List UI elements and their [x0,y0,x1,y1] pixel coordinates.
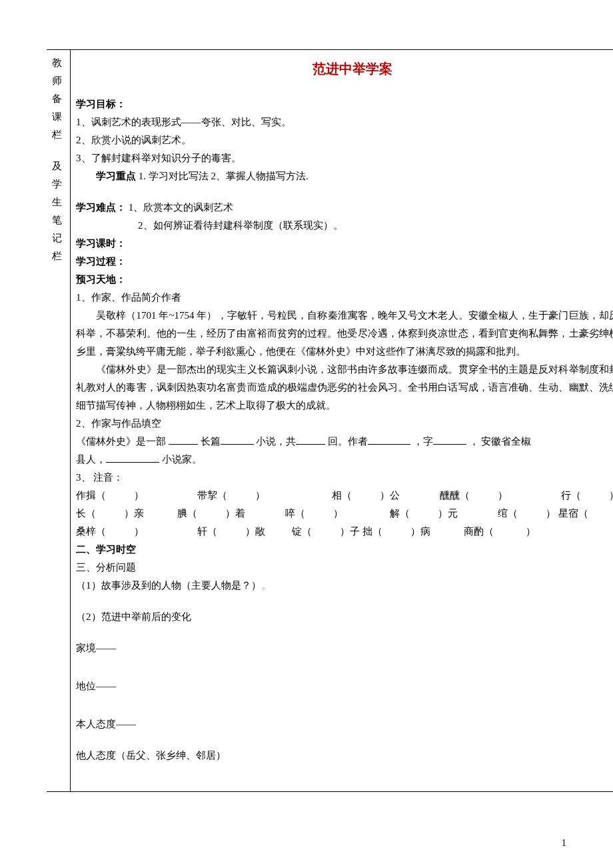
sidebar-line1: 教 师 备 课 栏 [52,54,65,144]
fill-text: ， 安徽省全椒 [469,436,532,447]
process-heading: 学习过程： [76,253,613,271]
pron-row: 长（）亲腆（）着啐（）解（）元绾（） 星宿（） [76,505,613,523]
sidebar-line2: 及学生笔记栏 [52,157,65,265]
q2: （2）范进中举前后的变化 [76,608,613,626]
pron-cell: 醺醺（ [440,487,470,505]
layout-table: 教 师 备 课 栏 及学生笔记栏 范进中举学案 学习目标： 1、讽刺艺术的表现形… [47,49,613,792]
fill-text: 小说家。 [162,454,202,465]
pron-cell: ）元 [438,505,458,523]
pron-cell: ） [333,505,343,523]
author-heading: 1、作家、作品简介作者 [76,289,613,307]
period-heading: 学习课时： [76,235,613,253]
pron-cell: ）事 [609,487,613,505]
goals-heading: 学习目标： [76,95,613,113]
blank [433,434,466,445]
fill-text: 县人， [76,454,106,465]
blank [169,434,198,445]
keypoint-text: 1. 学习对比写法 2、掌握人物描写方法. [139,171,308,181]
pron-cell: ） [134,487,144,505]
section2-heading: 二、学习时空 [76,541,613,559]
pron-row: 作揖（）带挈（）相（）公醺醺（）行（）事 [76,487,613,505]
pron-rows: 作揖（）带挈（）相（）公醺醺（）行（）事长（）亲腆（）着啐（）解（）元绾（） 星… [76,487,613,541]
pron-cell: 长（ [76,505,96,523]
pron-cell: ） [255,487,265,505]
pron-cell: ）病 [410,523,430,541]
fill-line2: 县人， 小说家。 [76,451,613,469]
pron-cell: 啐（ [285,505,305,523]
goal-item: 1、讽刺艺术的表现形式——夸张、对比、写实。 [76,113,613,131]
blank [296,434,325,445]
fill-line1: 《儒林外史》是一部 长篇 小说，共 回。作者 ，字 ， 安徽省全椒 [76,433,613,451]
fill-text: 小说，共 [256,436,296,447]
goal-item: 2、欣赏小说的讽刺艺术。 [76,131,613,149]
pron-cell: 轩（ [197,523,217,541]
preview-heading: 预习天地： [76,271,613,289]
pron-cell: ） 星宿（ [546,505,588,523]
q1: （1）故事涉及到的人物（主要人物是？）。 [76,577,613,595]
pron-cell: ）敞 [245,523,265,541]
pron-cell: 行（ [561,487,581,505]
pron-cell: ） [498,487,508,505]
change-row: 他人态度（岳父、张乡绅、邻居） [76,747,613,765]
pron-row: 桑梓（）轩（）敞锭（）子 拙（）病商酌（） [76,523,613,541]
difficulty-item: 2、如何辨证看待封建科举制度（联系现实）。 [138,217,613,235]
pron-cell: ） [134,523,144,541]
content-column: 范进中举学案 学习目标： 1、讽刺艺术的表现形式——夸张、对比、写实。 2、欣赏… [71,50,614,792]
section3-heading: 三、分析问题 [76,559,613,577]
change-row: 本人态度—— [76,715,613,733]
page-title: 范进中举学案 [76,57,613,81]
pron-cell: ）子 拙（ [340,523,382,541]
goal-item: 3、了解封建科举对知识分子的毒害。 [76,149,613,167]
pron-cell: 商酌（ [464,523,494,541]
pron-cell: ）着 [225,505,245,523]
pron-cell: ）亲 [124,505,144,523]
fill-heading: 2、作家与作品填空 [76,415,613,433]
pron-cell: 相（ [332,487,352,505]
author-bio: 吴敬梓（1701 年~1754 年），字敏轩，号粒民，自称秦淮寓客，晚年又号文木… [76,307,613,361]
blank [106,452,159,463]
pron-cell: 带挈（ [197,487,227,505]
pron-cell: 绾（ [498,505,518,523]
fill-text: 长篇 [201,436,221,447]
pronunciation-heading: 3、 注音： [76,469,613,487]
pron-cell: 解（ [390,505,410,523]
fill-text: 《儒林外史》是一部 [76,436,169,447]
pron-cell: ） [526,523,536,541]
q1-text: （1）故事涉及到的人物（主要人物是？） [76,580,261,591]
page-number: 1 [562,834,567,852]
pron-cell: 作揖（ [76,487,106,505]
fill-text: ，字 [413,436,433,447]
work-intro: 《儒林外史》是一部杰出的现实主义长篇讽刺小说，这部书由许多故事连缀而成。贯穿全书… [76,361,613,415]
difficulty-label: 学习难点： [76,202,126,213]
keypoint-label: 学习重点 [96,171,136,181]
pron-cell: 锭（ [292,523,312,541]
change-row: 地位—— [76,677,613,695]
blank [221,434,254,445]
sidebar-column: 教 师 备 课 栏 及学生笔记栏 [47,50,71,792]
blank [368,434,410,445]
difficulty-row: 学习难点： 1、欣赏本文的讽刺艺术 [76,199,613,217]
pron-cell: ）公 [380,487,400,505]
pron-cell: 桑梓（ [76,523,106,541]
change-row: 家境—— [76,639,613,657]
fill-text: 回。作者 [328,436,368,447]
difficulty-item: 1、欣赏本文的讽刺艺术 [129,202,234,213]
keypoint-row: 学习重点 1. 学习对比写法 2、掌握人物描写方法. [96,167,613,185]
pron-cell: 腆（ [177,505,197,523]
dot-icon: 。 [261,580,271,591]
